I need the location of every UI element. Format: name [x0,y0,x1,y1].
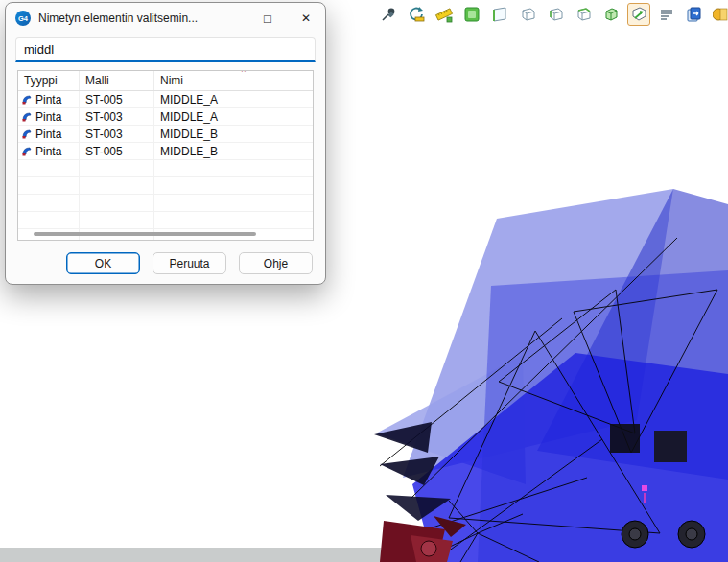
empty-cell [80,177,154,194]
box-outline-glyph-1 [518,5,537,24]
surface-icon [21,111,33,123]
table-empty-row [18,195,313,212]
close-button[interactable]: ✕ [287,4,325,33]
name-cell: MIDDLE_B [154,143,313,159]
column-header-tyyppi[interactable]: Tyyppi [18,71,80,90]
name-cell: MIDDLE_A [154,108,313,125]
model-label: ST-003 [85,128,123,141]
box-outline-icon-2[interactable] [544,3,567,26]
surface-icon [21,129,33,140]
partial-tool-icon[interactable] [711,3,728,26]
ruler-icon[interactable] [433,3,456,26]
help-button[interactable]: Ohje [239,252,313,274]
table-row[interactable]: Pinta ST-005 MIDDLE_A [18,91,313,108]
type-cell: Pinta [18,108,80,125]
box-outline-icon-3[interactable] [572,3,595,26]
dialog-title: Nimetyn elementin valitsemin... [38,12,248,25]
type-cell: Pinta [18,126,80,142]
empty-cell [18,212,80,228]
list-glyph [657,5,676,24]
box-outline-glyph-3 [574,5,593,24]
empty-cell [154,212,313,228]
column-label: Malli [85,74,109,87]
table-row[interactable]: Pinta ST-005 MIDDLE_B [18,143,313,160]
maximize-button[interactable]: □ [248,4,287,33]
empty-cell [154,177,313,194]
pushpin-glyph [379,5,398,24]
surface-icon [21,146,33,157]
dialog-buttons: OK Peruuta Ohje [6,241,325,284]
type-label: Pinta [35,145,61,158]
table-header: Tyyppi Malli Nimi ^ [18,71,313,91]
cancel-button[interactable]: Peruuta [153,252,226,274]
plane-outline-glyph [490,5,509,24]
empty-cell [154,195,313,211]
box-select-glyph [629,5,648,24]
table-empty-row [18,160,313,177]
horizontal-scrollbar[interactable] [22,232,294,237]
type-cell: Pinta [18,91,80,107]
table-row[interactable]: Pinta ST-003 MIDDLE_B [18,126,313,143]
box-outline-icon-1[interactable] [516,3,539,26]
column-label: Nimi [160,74,183,87]
model-cell: ST-003 [80,126,154,142]
name-label: MIDDLE_B [160,145,218,158]
name-cell: MIDDLE_B [154,126,313,142]
model-label: ST-005 [85,93,123,106]
plane-outline-icon[interactable] [488,3,511,26]
type-label: Pinta [35,128,61,141]
filter-input[interactable] [15,37,316,62]
app-icon: G4 [15,11,31,26]
export-icon[interactable] [683,3,706,26]
empty-cell [18,195,80,211]
named-element-select-dialog: G4 Nimetyn elementin valitsemin... □ ✕ T… [5,2,326,285]
green-cube-icon[interactable] [599,3,622,26]
green-cube-glyph [601,5,621,24]
ruler-glyph [434,5,454,24]
empty-cell [18,160,80,176]
column-label: Tyyppi [24,74,58,87]
sort-indicator-icon: ^ [242,70,246,77]
maximize-icon: □ [264,12,271,26]
table-empty-row [18,177,313,195]
name-label: MIDDLE_A [160,93,218,106]
name-label: MIDDLE_B [160,128,218,141]
box-outline-glyph-2 [546,5,565,24]
export-glyph [685,5,704,24]
table-row[interactable]: Pinta ST-003 MIDDLE_A [18,108,313,126]
table-empty-row [18,212,313,229]
model-cell: ST-005 [80,143,154,159]
type-label: Pinta [35,93,61,106]
green-panel-icon[interactable] [460,3,483,26]
pushpin-icon[interactable] [377,3,400,26]
empty-cell [154,160,313,176]
ok-button[interactable]: OK [66,252,140,274]
model-cell: ST-005 [80,91,154,107]
name-label: MIDDLE_A [160,110,218,124]
close-icon: ✕ [301,12,311,25]
type-cell: Pinta [18,143,80,159]
model-cell: ST-003 [80,108,154,125]
name-cell: MIDDLE_A [154,91,313,107]
box-select-icon[interactable] [627,3,650,26]
empty-cell [18,177,80,194]
column-header-nimi[interactable]: Nimi ^ [154,71,313,90]
main-toolbar [377,3,728,26]
surface-icon [21,94,33,105]
element-table: Tyyppi Malli Nimi ^ Pinta ST-005 MIDDLE_… [17,70,314,241]
partial-tool-glyph [713,5,728,24]
dialog-titlebar[interactable]: G4 Nimetyn elementin valitsemin... □ ✕ [6,3,325,34]
green-panel-glyph [462,5,481,24]
list-icon[interactable] [655,3,678,26]
column-header-malli[interactable]: Malli [80,71,154,90]
model-label: ST-003 [85,110,123,124]
refresh-measure-glyph [407,5,426,24]
type-label: Pinta [35,110,61,124]
model-label: ST-005 [85,145,123,158]
empty-cell [80,195,154,211]
refresh-measure-icon[interactable] [405,3,428,26]
scrollbar-thumb[interactable] [34,232,256,236]
empty-cell [80,212,154,228]
empty-cell [80,160,154,176]
